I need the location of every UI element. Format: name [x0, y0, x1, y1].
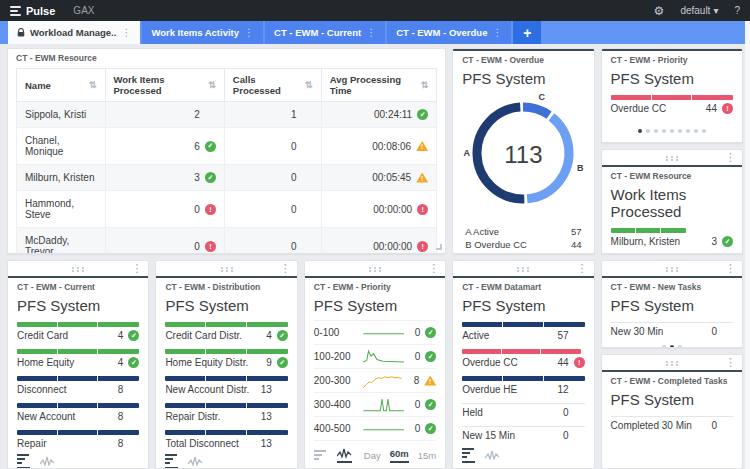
bar-view-icon[interactable]: [314, 450, 327, 463]
bar-view-icon[interactable]: [17, 454, 30, 469]
metric-row: Credit Card4✓: [17, 322, 139, 341]
tab-bar: Workload Manage..⋮Work Items Activity⋮CT…: [0, 21, 750, 44]
tab-menu-icon[interactable]: ⋮: [366, 27, 376, 38]
metric-value: 4: [118, 330, 124, 341]
tab-2[interactable]: CT - EWM - Current⋮: [265, 21, 385, 44]
drag-handle-icon[interactable]: [71, 267, 85, 272]
sparkline-flat: [360, 419, 411, 439]
time-range-15m[interactable]: 15m: [418, 450, 436, 463]
card-accent-border: [453, 276, 593, 278]
page-dot[interactable]: [694, 129, 698, 133]
widget-menu-icon[interactable]: ⋮: [725, 151, 736, 164]
donut-chart: 113 CBA: [465, 95, 581, 215]
page-dot[interactable]: [638, 129, 642, 133]
widget-metrics: New 30 Min0: [611, 314, 733, 337]
page-dot[interactable]: [662, 129, 666, 133]
settings-gear-icon[interactable]: ⚙: [654, 5, 665, 17]
sparkline-view-icon[interactable]: [40, 456, 55, 469]
sort-icon[interactable]: ⇅: [208, 80, 216, 90]
drag-handle-icon[interactable]: [665, 267, 679, 272]
tab-menu-icon[interactable]: ⋮: [244, 27, 254, 38]
profile-dropdown[interactable]: default ▾: [680, 5, 718, 16]
cell-calls: 0: [224, 191, 321, 228]
cell-avg-time: 00:24:11✓: [321, 102, 437, 128]
tab-3[interactable]: CT - EWM - Overdue⋮: [387, 21, 511, 44]
widget-metrics: 0-100 0✓ 100-200 0✓ 200-300 8! 300-400 0…: [314, 320, 436, 441]
widget-label: CT - EWM Resource: [16, 53, 437, 63]
time-range-60m[interactable]: 60m: [390, 448, 409, 463]
page-dot[interactable]: [670, 345, 674, 348]
table-row[interactable]: Milburn, Kristen 3✓ 0 00:05:45!: [17, 165, 437, 191]
card-handle-row: ⋮: [611, 357, 733, 369]
table-row[interactable]: Sippola, Kristi 2 1 00:24:11✓: [17, 102, 437, 128]
card-accent-border: [602, 276, 742, 278]
sort-icon[interactable]: ⇅: [305, 80, 313, 90]
widget-label: CT - EWM - Overdue: [462, 55, 584, 65]
nav-gax-link[interactable]: GAX: [73, 5, 94, 16]
page-dot[interactable]: [654, 129, 658, 133]
column-header-work-items-processed[interactable]: Work Items Processed⇅: [105, 69, 224, 102]
page-scrollbar[interactable]: [745, 21, 750, 469]
metric-value: 0: [711, 420, 717, 431]
widget-menu-icon[interactable]: ⋮: [131, 262, 142, 275]
status-spacer: [722, 420, 733, 431]
drag-handle-icon[interactable]: [368, 267, 382, 272]
metric-row: Home Equity Distr.9✓: [165, 349, 287, 368]
metric-value: 0: [415, 351, 421, 362]
widget-menu-icon[interactable]: ⋮: [428, 262, 439, 275]
widget-current: ⋮ CT - EWM - Current PFS System Credit C…: [7, 260, 149, 469]
widget-menu-icon[interactable]: ⋮: [725, 356, 736, 369]
metric-bar: [165, 322, 287, 327]
bar-view-icon[interactable]: [462, 448, 475, 463]
widget-menu-icon[interactable]: ⋮: [725, 262, 736, 275]
column-header-calls-processed[interactable]: Calls Processed⇅: [224, 69, 321, 102]
drag-handle-icon[interactable]: [516, 267, 530, 272]
metric-bar: [462, 349, 581, 354]
metric-label: Home Equity Distr.: [165, 357, 248, 368]
table-row[interactable]: McDaddy, Trevor 0! 0 00:00:00!: [17, 228, 437, 255]
sort-icon[interactable]: ⇅: [421, 80, 429, 90]
status-ok-icon: ✓: [417, 109, 428, 120]
legend-label: B Overdue CC: [465, 238, 527, 251]
page-dot[interactable]: [702, 129, 706, 133]
page-dot[interactable]: [662, 345, 666, 348]
drag-handle-icon[interactable]: [665, 156, 679, 161]
page-dot[interactable]: [670, 129, 674, 133]
sparkline-view-icon[interactable]: [337, 448, 352, 463]
cell-work-items: 0!: [105, 191, 224, 228]
widget-footer: [165, 449, 287, 469]
widget-menu-icon[interactable]: ⋮: [280, 262, 291, 275]
page-dot[interactable]: [678, 129, 682, 133]
page-dot[interactable]: [646, 129, 650, 133]
drag-handle-icon[interactable]: [665, 361, 679, 366]
column-header-avg-processing-time[interactable]: Avg Processing Time⇅: [321, 69, 437, 102]
metric-value: 44: [557, 357, 568, 368]
page-dot[interactable]: [678, 345, 682, 348]
lock-icon: [17, 28, 25, 37]
sort-icon[interactable]: ⇅: [89, 80, 97, 90]
bar-view-icon[interactable]: [165, 454, 178, 469]
drag-handle-icon[interactable]: [220, 267, 234, 272]
resize-handle[interactable]: [436, 244, 442, 250]
tab-menu-icon[interactable]: ⋮: [492, 27, 502, 38]
sparkline-view-icon[interactable]: [485, 450, 500, 463]
widget-priority-sparklines: ⋮ CT - EWM - Priority PFS System 0-100 0…: [304, 260, 446, 469]
table-row[interactable]: Hammond, Steve 0! 0 00:00:00!: [17, 191, 437, 228]
widget-menu-icon[interactable]: ⋮: [577, 262, 588, 275]
metric-bar: [17, 376, 139, 381]
help-button[interactable]: ?: [734, 5, 740, 16]
metric-label: 300-400: [314, 399, 356, 410]
card-accent-border: [602, 370, 742, 372]
add-tab-button[interactable]: +: [513, 21, 541, 44]
status-warn-icon: !: [424, 376, 436, 386]
tab-menu-icon[interactable]: ⋮: [121, 27, 131, 38]
column-header-name[interactable]: Name⇅: [17, 69, 106, 102]
sparkline-view-icon[interactable]: [188, 456, 203, 469]
tab-0[interactable]: Workload Manage..⋮: [8, 21, 140, 44]
table-row[interactable]: Chanel, Monique 6✓ 0 00:08:06!: [17, 128, 437, 165]
tab-1[interactable]: Work Items Activity⋮: [142, 21, 263, 44]
time-range-day[interactable]: Day: [364, 450, 381, 463]
metric-row: Overdue CC44!: [462, 349, 584, 368]
page-dot[interactable]: [686, 129, 690, 133]
cell-name: Sippola, Kristi: [17, 102, 106, 128]
